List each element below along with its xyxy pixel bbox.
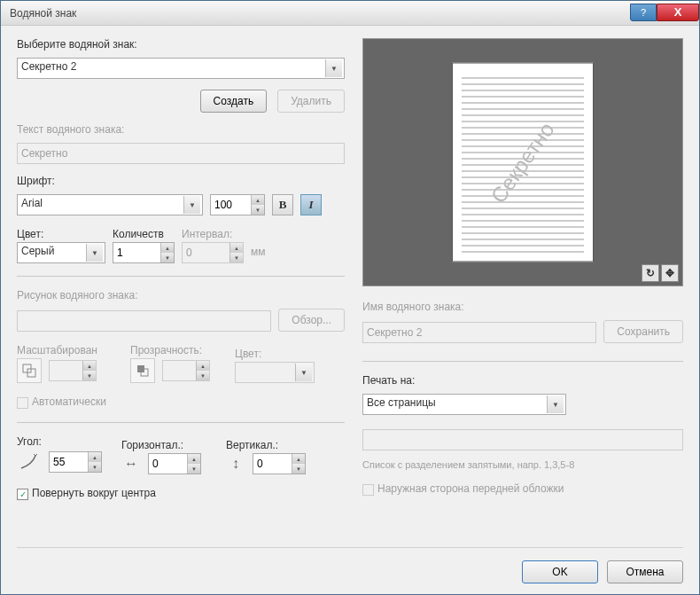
count-down[interactable] — [160, 253, 174, 262]
print-on-value: Все страницы — [367, 396, 436, 409]
font-value: Arial — [21, 197, 43, 209]
color-label: Цвет: — [17, 228, 105, 240]
rotate-center-label: Повернуть вокруг центра — [32, 487, 156, 499]
interval-spinner — [182, 242, 244, 263]
select-watermark-label: Выберите водяной знак: — [17, 38, 345, 51]
angle-icon — [17, 450, 42, 474]
horiz-up[interactable] — [187, 454, 200, 464]
watermark-text-value: Секретно — [21, 147, 67, 160]
interval-label: Интервал: — [182, 228, 244, 240]
image-color-label: Цвет: — [235, 348, 315, 360]
vert-arrow-icon: ↕ — [226, 456, 245, 472]
watermark-name-value: Секретно 2 — [367, 326, 422, 339]
browse-button: Обзор... — [278, 309, 345, 332]
preview-move-button[interactable]: ✥ — [661, 264, 679, 282]
bold-toggle[interactable]: B — [272, 194, 293, 215]
angle-spinner[interactable] — [49, 451, 102, 473]
opacity-icon — [130, 358, 155, 383]
watermark-select-value: Секретно 2 — [21, 60, 76, 73]
save-button: Сохранить — [603, 320, 683, 343]
print-on-label: Печать на: — [362, 374, 683, 387]
count-up[interactable] — [160, 243, 174, 253]
angle-down[interactable] — [88, 462, 101, 472]
page-list-input — [362, 429, 683, 450]
preview-watermark-text: Секретно — [486, 117, 560, 207]
scale-up — [82, 361, 96, 371]
opacity-label: Прозрачность: — [130, 344, 228, 356]
front-cover-checkbox — [362, 484, 374, 496]
horiz-spinner[interactable] — [148, 453, 201, 474]
auto-checkbox — [17, 397, 28, 409]
horiz-down[interactable] — [187, 464, 200, 474]
help-button[interactable]: ? — [630, 4, 657, 21]
rotate-center-checkbox[interactable] — [17, 489, 28, 500]
count-label: Количеств — [113, 228, 175, 240]
cancel-button[interactable]: Отмена — [607, 560, 683, 583]
vert-up[interactable] — [292, 454, 305, 464]
scale-spinner — [49, 360, 97, 381]
opacity-up — [196, 361, 209, 371]
auto-label: Автоматически — [32, 395, 106, 408]
horiz-label: Горизонтал.: — [121, 439, 219, 451]
watermark-text-input: Секретно — [17, 143, 345, 164]
count-spinner[interactable] — [113, 242, 175, 263]
ok-button[interactable]: OK — [522, 560, 598, 583]
angle-up[interactable] — [88, 452, 101, 462]
preview-page: Секретно — [452, 63, 594, 262]
page-list-hint: Список с разделением запятыми, напр. 1,3… — [362, 459, 683, 470]
preview-rotate-button[interactable]: ↻ — [642, 264, 659, 282]
preview-area: Секретно ↻ ✥ — [362, 38, 683, 286]
close-button[interactable]: X — [657, 4, 699, 21]
image-path-input — [17, 310, 271, 332]
titlebar: Водяной знак ? X — [1, 1, 699, 26]
scale-label: Масштабирован — [17, 344, 123, 356]
interval-unit: мм — [251, 246, 266, 262]
delete-button: Удалить — [277, 90, 345, 113]
watermark-name-label: Имя водяного знака: — [362, 301, 683, 313]
font-label: Шрифт: — [17, 175, 345, 187]
scale-icon — [17, 358, 42, 383]
vert-spinner[interactable] — [253, 453, 306, 474]
image-label: Рисунок водяного знака: — [17, 289, 345, 301]
color-select[interactable]: Серый — [17, 242, 105, 263]
watermark-text-label: Текст водяного знака: — [17, 123, 345, 136]
horiz-arrow-icon: ↔ — [121, 456, 141, 472]
italic-toggle[interactable]: I — [300, 194, 322, 215]
font-size-spinner[interactable] — [210, 194, 265, 215]
watermark-name-input: Секретно 2 — [362, 322, 596, 343]
image-color-select — [235, 362, 315, 383]
font-size-up[interactable] — [251, 195, 264, 205]
dialog-title: Водяной знак — [10, 7, 76, 20]
vert-label: Вертикал.: — [226, 439, 323, 451]
scale-down — [82, 371, 96, 380]
font-select[interactable]: Arial — [17, 194, 203, 215]
front-cover-label: Наружная сторона передней обложки — [377, 482, 564, 495]
watermark-dialog: Водяной знак ? X Выберите водяной знак: … — [0, 0, 700, 595]
watermark-select[interactable]: Секретно 2 — [17, 58, 345, 79]
interval-down — [229, 253, 243, 262]
angle-label: Угол: — [17, 435, 114, 448]
color-value: Серый — [21, 245, 54, 257]
print-on-select[interactable]: Все страницы — [362, 394, 566, 415]
interval-up — [229, 243, 243, 253]
vert-down[interactable] — [292, 464, 305, 474]
font-size-down[interactable] — [251, 205, 264, 215]
opacity-down — [196, 371, 209, 380]
opacity-spinner — [162, 360, 210, 381]
create-button[interactable]: Создать — [200, 90, 268, 113]
